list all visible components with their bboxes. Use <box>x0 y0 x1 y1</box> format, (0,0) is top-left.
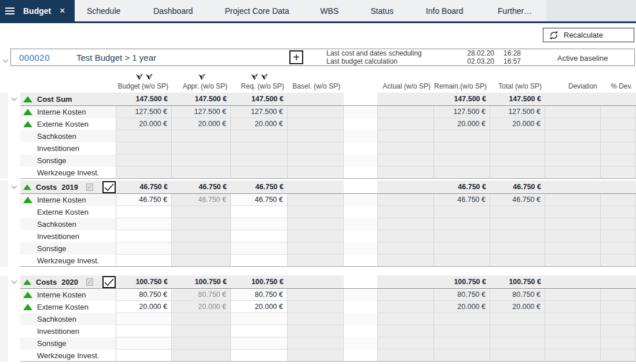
chevron-down-icon[interactable] <box>2 55 9 65</box>
tab-project-core-data[interactable]: Project Core Data <box>214 0 300 21</box>
column-header-actual-w-o-sp[interactable]: Actual (w/o SP) <box>377 73 434 93</box>
tab-dashboard[interactable]: Dashboard <box>133 0 214 21</box>
cell-req[interactable] <box>231 206 288 218</box>
cell-actual <box>377 350 434 362</box>
group-cell-req: 46.750 € <box>231 181 288 194</box>
tab-info-board[interactable]: Info Board <box>406 0 483 21</box>
cell-budget[interactable] <box>116 230 172 242</box>
cost-row: Sachkosten <box>0 130 636 142</box>
cost-type-label: Werkzeuge Invest. <box>37 351 99 360</box>
tab-further[interactable]: Further… <box>483 0 546 21</box>
cell-budget[interactable]: 80.750 € <box>116 289 172 301</box>
row-gutter <box>0 167 8 179</box>
column-header-label: % Dev. <box>601 82 636 90</box>
chevron-down-icon[interactable] <box>11 280 17 284</box>
cell-remain <box>434 130 490 142</box>
plus-icon[interactable]: + <box>289 50 303 64</box>
close-icon[interactable]: ✕ <box>59 7 65 14</box>
column-flag-icons <box>545 73 601 82</box>
cell-pdev <box>601 313 636 325</box>
cost-row: Investitionen <box>0 142 636 155</box>
year-active-checkbox[interactable] <box>102 276 116 288</box>
cell-budget[interactable] <box>116 255 172 267</box>
column-header-budget-w-o-sp[interactable]: Budget (w/o SP) <box>116 73 172 93</box>
cell-budget[interactable] <box>116 206 172 218</box>
cell-req[interactable]: 20.000 € <box>231 301 288 313</box>
cell-req[interactable] <box>231 337 288 350</box>
row-spacer <box>8 325 20 337</box>
year-active-checkbox[interactable] <box>102 181 116 193</box>
row-gutter <box>0 289 8 301</box>
cell-req[interactable] <box>231 325 288 337</box>
cell-budget[interactable] <box>116 242 172 255</box>
column-flag-icons <box>434 73 490 82</box>
tab-status[interactable]: Status <box>358 0 406 21</box>
row-spacer <box>8 301 20 313</box>
cell-budget[interactable] <box>116 350 172 362</box>
cell-req[interactable] <box>231 313 288 325</box>
column-header-appr-w-o-sp[interactable]: Appr. (w/o SP) <box>172 73 231 93</box>
cell-req[interactable] <box>231 230 288 242</box>
column-header-req-w-o-sp[interactable]: Req. (w/o SP) <box>231 73 288 93</box>
cell-budget[interactable]: 46.750 € <box>116 194 172 206</box>
cell-budget[interactable] <box>116 337 172 350</box>
group-cell-budget: 100.750 € <box>116 275 172 289</box>
column-header-dev[interactable]: % Dev. <box>601 73 636 93</box>
cell-req[interactable] <box>231 255 288 267</box>
cost-type-label-cell: Investitionen <box>20 325 116 337</box>
info-date: 02.03.20 <box>458 57 494 65</box>
info-date: 28.02.20 <box>458 49 494 57</box>
cell-budget[interactable]: 20.000 € <box>116 301 172 313</box>
cost-type-label: Interne Kosten <box>37 291 86 299</box>
cell-req[interactable]: 46.750 € <box>231 194 288 206</box>
cell-appr <box>172 350 231 362</box>
column-header-total-w-o-sp[interactable]: Total (w/o SP) <box>490 73 545 93</box>
column-header-basel-w-o-sp[interactable]: Basel. (w/o SP) <box>288 73 344 93</box>
cell-actual <box>377 218 434 230</box>
row-gutter <box>0 155 8 167</box>
cell-budget[interactable] <box>116 325 172 337</box>
cell-remain <box>434 206 490 218</box>
tab-wbs[interactable]: WBS <box>300 0 358 21</box>
cell-budget[interactable] <box>116 218 172 230</box>
year-checkbox-disabled[interactable]: ✓ <box>86 183 93 191</box>
column-header-deviation[interactable]: Deviation <box>545 73 601 93</box>
group-title: Costs <box>36 183 57 192</box>
cell-req[interactable]: 80.750 € <box>231 289 288 301</box>
cell-remain: 20.000 € <box>434 301 490 313</box>
row-gutter <box>0 242 8 255</box>
group-row: Costs2020✓100.750 €100.750 €100.750 €100… <box>0 275 636 289</box>
group-year: 2019 <box>61 183 78 192</box>
row-gutter <box>0 118 8 130</box>
project-id[interactable]: 000020 <box>19 53 50 62</box>
chevron-down-icon[interactable] <box>11 185 17 189</box>
column-flag-icons <box>288 73 344 82</box>
cell-remain <box>434 155 490 167</box>
cell-budget[interactable] <box>116 313 172 325</box>
group-expand <box>8 181 20 194</box>
cost-type-label: Sonstige <box>37 244 67 253</box>
recalculate-button[interactable]: Recalculate <box>543 28 634 42</box>
cell-req[interactable] <box>231 242 288 255</box>
row-gutter <box>0 194 8 206</box>
cost-type-label-cell: Externe Kosten <box>20 301 116 313</box>
cell-pdev <box>601 325 636 337</box>
recalculate-label: Recalculate <box>564 31 603 39</box>
tab-budget-active[interactable]: Budget ✕ <box>20 0 75 21</box>
cell-total <box>490 130 545 142</box>
cell-req[interactable] <box>231 218 288 230</box>
cell-actual <box>377 142 434 155</box>
cell-req[interactable] <box>231 350 288 362</box>
hamburger-icon[interactable] <box>0 0 20 21</box>
chevron-down-icon[interactable] <box>11 97 17 101</box>
project-title[interactable]: Test Budget > 1 year <box>76 53 156 62</box>
column-header-remain-w-o-sp[interactable]: Remain.(w/o SP) <box>434 73 490 93</box>
budget-section-2020: Costs2020✓100.750 €100.750 €100.750 €100… <box>0 275 636 362</box>
cell-deviation <box>545 106 601 118</box>
tab-schedule[interactable]: Schedule <box>75 0 133 21</box>
year-checkbox-disabled[interactable]: ✓ <box>86 278 93 286</box>
group-label-cell: Costs2020✓ <box>20 275 116 289</box>
column-flag-icons <box>490 73 545 82</box>
check-icon: ✓ <box>87 184 92 190</box>
cell-remain <box>434 313 490 325</box>
